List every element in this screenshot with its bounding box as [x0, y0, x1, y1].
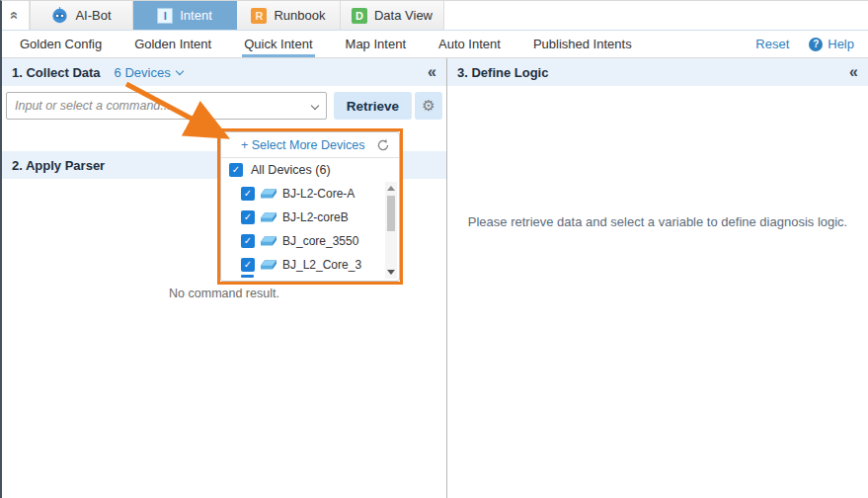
device-name: BJ_core_3550 [282, 234, 358, 248]
intent-sub-nav: Golden Config Golden Intent Quick Intent… [2, 30, 868, 58]
all-devices-row[interactable]: ✓ All Devices (6) [221, 158, 399, 182]
switch-device-icon [261, 260, 276, 270]
scroll-down-arrow-icon[interactable] [387, 270, 395, 275]
checkbox-checked[interactable]: ✓ [241, 234, 255, 248]
device-dropdown: + Select More Devices ✓ All Devices (6) [220, 131, 400, 282]
tab-label: Intent [180, 8, 212, 23]
tab-label: AI-Bot [75, 8, 111, 23]
checkbox-checked[interactable]: ✓ [241, 258, 255, 272]
annotation-highlight-box: + Select More Devices ✓ All Devices (6) [217, 128, 403, 285]
device-name: BJ_L2_Core_3 [282, 258, 361, 272]
nav-golden-intent[interactable]: Golden Intent [134, 31, 211, 57]
device-name: BJ-L2-coreB [282, 210, 349, 224]
checkbox-checked[interactable]: ✓ [229, 163, 243, 177]
device-dropdown-header: + Select More Devices [221, 132, 399, 158]
command-input[interactable] [6, 92, 327, 120]
help-button[interactable]: ? Help [809, 37, 854, 51]
device-row[interactable]: ✓ BJ-L2-coreB [221, 206, 399, 229]
app-window: « AI-Bot I Intent R Runbook D [0, 0, 868, 498]
define-logic-title: 3. Define Logic [457, 65, 548, 80]
collapse-panel-icon[interactable]: « [428, 64, 436, 80]
checkbox-checked[interactable]: ✓ [241, 187, 255, 201]
tab-data-view[interactable]: D Data View [341, 1, 444, 30]
nav-published-intents[interactable]: Published Intents [533, 31, 632, 57]
retrieve-group: Retrieve ⚙ [334, 92, 442, 120]
reset-button[interactable]: Reset [755, 37, 789, 51]
checkbox-checked[interactable]: ✓ [241, 210, 255, 224]
partially-visible-checkbox [241, 275, 254, 278]
command-row: Retrieve ⚙ [2, 86, 446, 125]
robot-icon [51, 7, 68, 24]
nav-golden-config[interactable]: Golden Config [20, 31, 102, 57]
apply-parser-title: 2. Apply Parser [12, 158, 105, 173]
no-command-result-text: No command result. [2, 287, 446, 300]
main-content: 1. Collect Data 6 Devices « Retrieve ⚙ [2, 58, 868, 498]
device-name: BJ-L2-Core-A [282, 187, 355, 201]
device-row[interactable]: ✓ BJ_L2_Core_3 [221, 253, 399, 277]
scrollbar-thumb[interactable] [387, 196, 395, 231]
nav-right-actions: Reset ? Help [755, 31, 868, 57]
dataview-badge-icon: D [352, 8, 367, 24]
switch-device-icon [261, 212, 276, 222]
all-devices-label: All Devices (6) [251, 163, 331, 177]
define-logic-empty-text: Please retrieve data and select a variab… [447, 214, 868, 229]
collect-data-header: 1. Collect Data 6 Devices « [2, 58, 446, 86]
tab-label: Runbook [274, 8, 325, 23]
collapse-panel-icon[interactable]: « [849, 64, 858, 80]
switch-device-icon [261, 236, 276, 246]
intent-badge-icon: I [157, 8, 173, 24]
collapse-topbar-button[interactable]: « [2, 1, 30, 30]
question-circle-icon: ? [809, 38, 823, 51]
tab-label: Data View [374, 8, 433, 23]
collect-data-panel: 1. Collect Data 6 Devices « Retrieve ⚙ [2, 58, 446, 498]
runbook-badge-icon: R [251, 8, 267, 24]
scroll-up-arrow-icon[interactable] [387, 186, 395, 191]
switch-device-icon [261, 189, 276, 199]
devices-count-label: 6 Devices [115, 65, 171, 80]
command-input-wrap [6, 92, 327, 120]
define-logic-panel: 3. Define Logic « Please retrieve data a… [446, 58, 868, 498]
collect-data-title: 1. Collect Data [12, 65, 101, 80]
chevron-down-icon [175, 66, 183, 74]
nav-auto-intent[interactable]: Auto Intent [438, 31, 501, 57]
top-tab-bar: « AI-Bot I Intent R Runbook D [2, 1, 868, 30]
device-row[interactable]: ✓ BJ_core_3550 [221, 229, 399, 253]
tab-ai-bot[interactable]: AI-Bot [30, 1, 133, 30]
devices-dropdown-link[interactable]: 6 Devices [115, 65, 183, 80]
nav-quick-intent[interactable]: Quick Intent [244, 31, 312, 57]
double-chevron-up-icon: « [8, 11, 23, 19]
tab-runbook[interactable]: R Runbook [237, 1, 341, 30]
nav-map-intent[interactable]: Map Intent [346, 31, 406, 57]
select-more-devices-link[interactable]: + Select More Devices [241, 138, 364, 152]
help-label: Help [828, 37, 854, 51]
device-row[interactable]: ✓ BJ-L2-Core-A [221, 182, 399, 206]
gear-icon[interactable]: ⚙ [415, 92, 442, 120]
refresh-icon[interactable] [376, 138, 390, 152]
retrieve-button[interactable]: Retrieve [334, 92, 412, 120]
dropdown-scrollbar[interactable] [385, 182, 397, 279]
tab-intent[interactable]: I Intent [133, 1, 237, 30]
define-logic-header: 3. Define Logic « [447, 58, 868, 86]
